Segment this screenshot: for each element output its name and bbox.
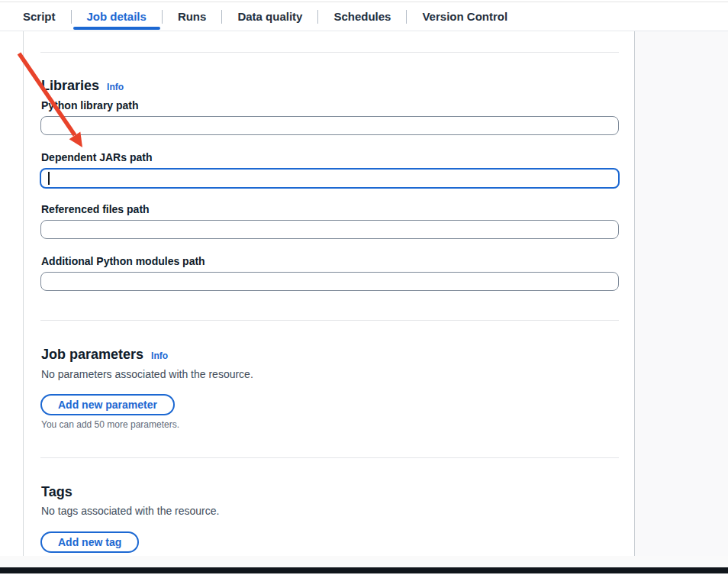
dependent-jars-path-input[interactable] bbox=[40, 168, 620, 189]
tab-version-control-label: Version Control bbox=[422, 10, 507, 23]
python-library-path-input[interactable] bbox=[40, 116, 619, 135]
section-divider bbox=[40, 320, 619, 321]
section-divider bbox=[40, 52, 619, 53]
tab-runs[interactable]: Runs bbox=[163, 2, 222, 31]
tab-version-control[interactable]: Version Control bbox=[407, 2, 523, 31]
tab-bar: Script Job details Runs Data quality Sch… bbox=[0, 2, 728, 31]
libraries-heading: Libraries bbox=[41, 77, 99, 94]
add-new-parameter-button[interactable]: Add new parameter bbox=[40, 394, 175, 415]
tab-data-quality[interactable]: Data quality bbox=[222, 2, 317, 31]
python-library-path-label: Python library path bbox=[41, 99, 139, 112]
dependent-jars-path-label: Dependent JARs path bbox=[41, 151, 152, 164]
job-parameters-heading: Job parameters bbox=[41, 346, 143, 363]
tab-script-label: Script bbox=[23, 10, 56, 23]
job-parameters-hint: You can add 50 more parameters. bbox=[41, 419, 179, 431]
job-parameters-info-link[interactable]: Info bbox=[151, 350, 168, 361]
referenced-files-path-label: Referenced files path bbox=[41, 203, 150, 216]
tab-job-details[interactable]: Job details bbox=[72, 2, 162, 31]
additional-python-modules-path-label: Additional Python modules path bbox=[41, 255, 205, 268]
tags-heading-row: Tags bbox=[41, 483, 72, 500]
tab-runs-label: Runs bbox=[178, 10, 207, 23]
tab-script[interactable]: Script bbox=[8, 2, 71, 31]
footer-strip bbox=[0, 556, 728, 567]
tab-data-quality-label: Data quality bbox=[237, 10, 302, 23]
tags-empty-text: No tags associated with the resource. bbox=[41, 504, 219, 518]
job-parameters-empty-text: No parameters associated with the resour… bbox=[41, 367, 253, 381]
section-divider bbox=[40, 457, 619, 458]
libraries-info-link[interactable]: Info bbox=[107, 82, 124, 92]
tab-schedules-label: Schedules bbox=[333, 10, 391, 23]
footer-bar bbox=[0, 567, 728, 573]
job-parameters-heading-row: Job parameters Info bbox=[41, 346, 168, 363]
referenced-files-path-input[interactable] bbox=[40, 220, 619, 239]
tab-schedules[interactable]: Schedules bbox=[318, 2, 406, 31]
libraries-heading-row: Libraries Info bbox=[41, 77, 124, 94]
additional-python-modules-path-input[interactable] bbox=[40, 272, 619, 291]
add-new-tag-button[interactable]: Add new tag bbox=[40, 531, 139, 553]
tab-job-details-label: Job details bbox=[87, 10, 147, 23]
tags-heading: Tags bbox=[41, 483, 72, 500]
text-cursor bbox=[48, 172, 50, 185]
job-details-panel: Libraries Info Python library path Depen… bbox=[23, 31, 635, 556]
page-gutter bbox=[635, 31, 728, 556]
